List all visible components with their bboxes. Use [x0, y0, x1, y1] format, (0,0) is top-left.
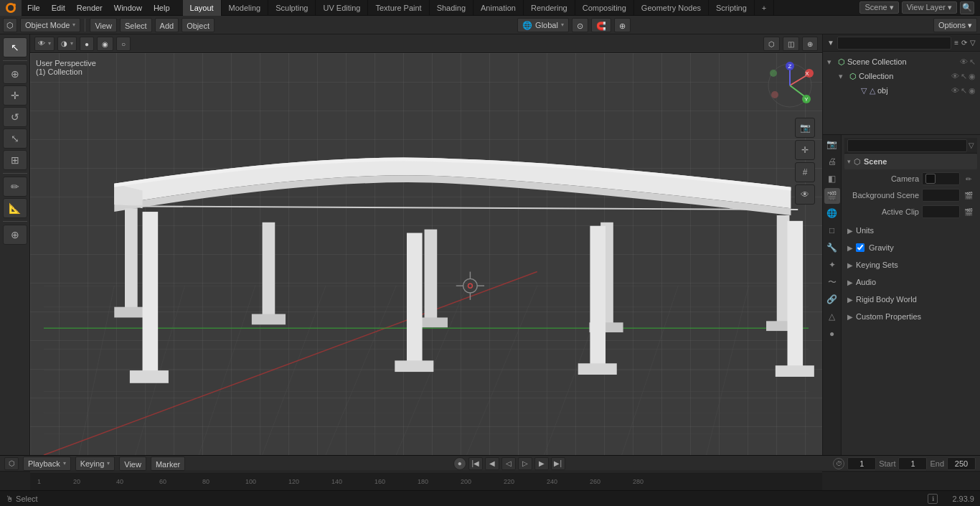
play-back-btn[interactable]: ◁: [501, 457, 516, 470]
skip-to-end-btn[interactable]: ▶|: [551, 457, 565, 470]
col-select-icon[interactable]: ↖: [961, 72, 967, 81]
gravity-checkbox[interactable]: [856, 243, 864, 252]
tool-cursor[interactable]: ⊕: [3, 64, 27, 84]
tool-move[interactable]: ✛: [3, 85, 27, 106]
tab-modeling[interactable]: Modeling: [222, 0, 269, 16]
outliner-filter-icon[interactable]: ▼: [827, 39, 834, 47]
tab-layout[interactable]: Layout: [183, 0, 222, 16]
tab-sculpting[interactable]: Sculpting: [268, 0, 316, 16]
prop-viewlayer-btn[interactable]: ◧: [824, 171, 840, 187]
background-scene-value[interactable]: [922, 189, 960, 202]
prop-material-btn[interactable]: ●: [824, 326, 840, 342]
scene-select-icon[interactable]: ↖: [969, 57, 976, 67]
navigation-gizmo[interactable]: X Y Z: [765, 60, 815, 111]
tab-animation[interactable]: Animation: [473, 0, 524, 16]
keying-sets-header[interactable]: ▶ Keying Sets: [844, 257, 977, 273]
select-menu[interactable]: Select: [120, 18, 152, 32]
camera-view-btn[interactable]: 📷: [795, 118, 815, 138]
timeline-menu-btn[interactable]: ⬡: [4, 457, 19, 470]
viewport-canvas[interactable]: User Perspective (1) Collection X Y: [30, 53, 822, 455]
overlay-btn[interactable]: ⬡: [763, 37, 780, 51]
add-menu[interactable]: Add: [155, 18, 179, 32]
col-render-icon[interactable]: ◉: [969, 72, 976, 81]
audio-header[interactable]: ▶ Audio: [844, 274, 977, 290]
tree-obj[interactable]: ▽ △ obj 👁 ↖ ◉: [824, 83, 979, 98]
camera-value[interactable]: [922, 172, 960, 185]
props-search-filter-icon[interactable]: ▽: [969, 141, 974, 149]
prop-scene-btn[interactable]: 🎬: [824, 188, 840, 204]
tab-compositing[interactable]: Compositing: [575, 0, 634, 16]
options-dropdown[interactable]: Options ▾: [933, 18, 977, 32]
prop-constraints-btn[interactable]: 🔗: [824, 291, 840, 307]
menu-help[interactable]: Help: [148, 0, 176, 16]
units-header[interactable]: ▶ Units: [844, 222, 977, 238]
obj-visibility-icon[interactable]: 👁: [951, 86, 959, 95]
transform-gizmo-btn[interactable]: ✛: [795, 140, 815, 160]
visibility-btn[interactable]: 👁: [795, 184, 815, 205]
prop-world-btn[interactable]: 🌐: [824, 205, 840, 221]
start-frame-input[interactable]: 1: [898, 457, 927, 470]
viewport-shading-material[interactable]: ◉: [97, 37, 113, 51]
outliner-search-input[interactable]: [837, 37, 951, 50]
play-circle-btn[interactable]: ●: [453, 457, 466, 470]
tool-scale[interactable]: ⤡: [3, 128, 27, 149]
tool-select[interactable]: ↖: [3, 37, 27, 57]
active-clip-value[interactable]: [922, 205, 960, 218]
scene-visibility-icon[interactable]: 👁: [960, 57, 968, 67]
viewport-mode-icon[interactable]: ⬡: [3, 18, 17, 32]
object-mode-dropdown[interactable]: Object Mode ▾: [20, 18, 80, 32]
xray-btn[interactable]: ◫: [783, 37, 799, 51]
tab-geometry-nodes[interactable]: Geometry Nodes: [634, 0, 709, 16]
custom-properties-header[interactable]: ▶ Custom Properties: [844, 309, 977, 324]
menu-file[interactable]: File: [22, 0, 46, 16]
tab-uv-editing[interactable]: UV Editing: [316, 0, 368, 16]
obj-select-icon[interactable]: ↖: [961, 86, 967, 95]
transform-dropdown[interactable]: 🌐 Global ▾: [517, 18, 569, 32]
tree-scene-collection[interactable]: ▾ ⬡ Scene Collection 👁 ↖: [824, 55, 979, 69]
tab-shading[interactable]: Shading: [430, 0, 473, 16]
background-scene-icon[interactable]: 🎬: [963, 189, 974, 201]
pivot-btn[interactable]: ⊙: [572, 18, 588, 32]
obj-render-icon[interactable]: ◉: [969, 86, 976, 95]
skip-to-start-btn[interactable]: |◀: [468, 457, 483, 470]
prop-physics-btn[interactable]: 〜: [824, 274, 840, 290]
prop-output-btn[interactable]: 🖨: [824, 154, 840, 169]
rigid-body-world-header[interactable]: ▶ Rigid Body World: [844, 291, 977, 307]
col-visibility-icon[interactable]: 👁: [951, 72, 959, 81]
grid-floor-btn[interactable]: #: [795, 162, 815, 182]
viewport-shading-rendered[interactable]: ○: [116, 37, 131, 51]
frame-current-display[interactable]: 1: [847, 457, 876, 470]
gizmo-btn[interactable]: ⊕: [802, 37, 818, 51]
viewport-display-mode[interactable]: 👁 ▾: [34, 37, 55, 51]
prop-particles-btn[interactable]: ✦: [824, 257, 840, 273]
prop-object-btn[interactable]: □: [824, 222, 840, 238]
viewport-shading-mode[interactable]: ◑ ▾: [57, 37, 77, 51]
step-forward-btn[interactable]: ▶: [534, 457, 549, 470]
tab-add[interactable]: +: [755, 0, 774, 16]
menu-window[interactable]: Window: [108, 0, 148, 16]
outliner-sort-icon[interactable]: ≡: [954, 39, 958, 47]
frame-counter-icon[interactable]: ⏱: [833, 458, 844, 469]
timeline-view-btn[interactable]: View: [119, 456, 146, 471]
menu-edit[interactable]: Edit: [46, 0, 71, 16]
timeline-marker-btn[interactable]: Marker: [151, 456, 185, 471]
play-forward-btn[interactable]: ▷: [518, 457, 532, 470]
menu-render[interactable]: Render: [71, 0, 108, 16]
camera-eyedrop-icon[interactable]: ✏: [963, 173, 974, 184]
object-menu[interactable]: Object: [182, 18, 215, 32]
prop-modifiers-btn[interactable]: 🔧: [824, 240, 840, 256]
outliner-filter-btn[interactable]: ▽: [970, 39, 976, 47]
prop-data-btn[interactable]: △: [824, 309, 840, 324]
scene-selector[interactable]: Scene ▾: [859, 1, 898, 14]
view-menu[interactable]: View: [90, 18, 117, 32]
viewport-shading-solid[interactable]: ●: [80, 37, 94, 51]
tab-scripting[interactable]: Scripting: [709, 0, 755, 16]
timeline-ruler[interactable]: 1 20 40 60 80 100 120 140 160 180 200 22…: [30, 472, 822, 491]
prop-render-btn[interactable]: 📷: [824, 136, 840, 152]
props-search-input[interactable]: [847, 139, 967, 152]
tool-annotate[interactable]: ✏: [3, 177, 27, 197]
tab-texture-paint[interactable]: Texture Paint: [368, 0, 429, 16]
snap-btn[interactable]: 🧲: [591, 18, 611, 32]
tool-measure[interactable]: 📐: [3, 198, 27, 218]
playback-dropdown[interactable]: Playback ▾: [23, 456, 71, 471]
